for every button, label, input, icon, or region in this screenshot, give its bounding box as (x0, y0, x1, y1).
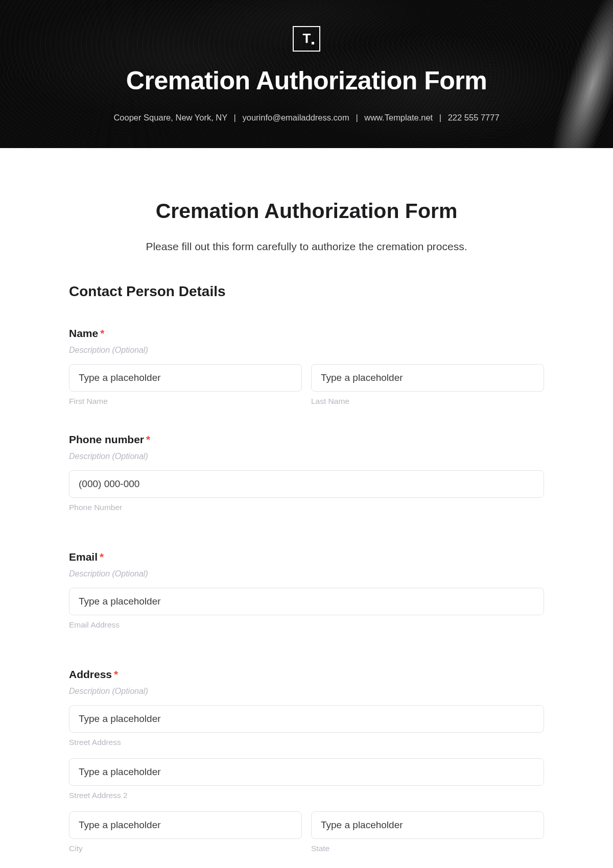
state-input[interactable] (311, 811, 544, 839)
section-contact-title: Contact Person Details (69, 283, 544, 300)
label-address: Address* (69, 668, 544, 681)
desc-phone: Description (Optional) (69, 452, 544, 461)
field-address: Address* Description (Optional) Street A… (69, 668, 544, 853)
label-name: Name* (69, 327, 544, 340)
hero-title: Cremation Authorization Form (126, 66, 487, 95)
label-phone-text: Phone number (69, 433, 144, 445)
logo: T (293, 26, 320, 52)
required-mark: * (114, 668, 118, 680)
sublabel-state: State (311, 844, 544, 853)
label-name-text: Name (69, 327, 98, 339)
field-phone: Phone number* Description (Optional) Pho… (69, 433, 544, 523)
required-mark: * (100, 327, 104, 339)
logo-dot-icon (312, 42, 314, 44)
first-name-input[interactable] (69, 364, 302, 392)
sublabel-first-name: First Name (69, 397, 302, 406)
field-email: Email* Description (Optional) Email Addr… (69, 551, 544, 641)
hero-meta: Cooper Square, New York, NY | yourinfo@e… (113, 113, 499, 123)
separator-icon: | (356, 113, 358, 122)
sublabel-street1: Street Address (69, 738, 544, 747)
hero-phone: 222 555 7777 (448, 113, 500, 122)
page-title: Cremation Authorization Form (69, 199, 544, 223)
separator-icon: | (234, 113, 236, 122)
label-phone: Phone number* (69, 433, 544, 446)
sublabel-email: Email Address (69, 620, 544, 630)
logo-letter: T (303, 31, 311, 46)
city-input[interactable] (69, 811, 302, 839)
label-email-text: Email (69, 551, 98, 563)
label-address-text: Address (69, 668, 112, 680)
required-mark: * (100, 551, 104, 563)
desc-email: Description (Optional) (69, 569, 544, 578)
hero-banner: T Cremation Authorization Form Cooper Sq… (0, 0, 613, 148)
desc-address: Description (Optional) (69, 687, 544, 696)
sublabel-city: City (69, 844, 302, 853)
hero-email: yourinfo@emailaddress.com (242, 113, 349, 122)
hero-website: www.Template.net (364, 113, 433, 122)
label-email: Email* (69, 551, 544, 563)
hero-address: Cooper Square, New York, NY (113, 113, 227, 122)
required-mark: * (146, 433, 150, 445)
sublabel-phone: Phone Number (69, 503, 544, 512)
street-address-input[interactable] (69, 705, 544, 733)
desc-name: Description (Optional) (69, 346, 544, 355)
page-subtitle: Please fill out this form carefully to a… (69, 240, 544, 253)
phone-input[interactable] (69, 470, 544, 498)
email-input[interactable] (69, 588, 544, 615)
last-name-input[interactable] (311, 364, 544, 392)
page-body: Cremation Authorization Form Please fill… (0, 148, 613, 868)
separator-icon: | (439, 113, 441, 122)
street-address-2-input[interactable] (69, 758, 544, 786)
sublabel-street2: Street Address 2 (69, 791, 544, 800)
sublabel-last-name: Last Name (311, 397, 544, 406)
field-name: Name* Description (Optional) First Name … (69, 327, 544, 406)
